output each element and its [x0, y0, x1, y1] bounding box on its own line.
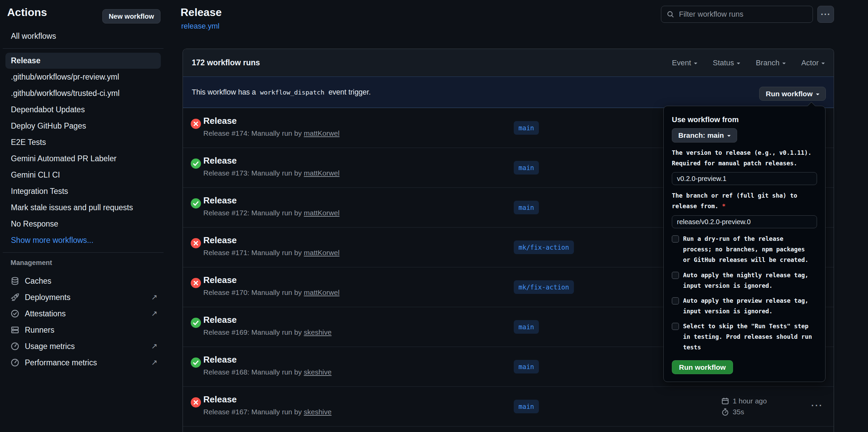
branch-filter-dropdown[interactable]: Branch — [756, 59, 786, 67]
version-field-description: The version to release (e.g., v0.1.11). … — [672, 148, 816, 169]
run-description-text: Release #167: Manually run by — [203, 408, 302, 416]
next-row-edge — [183, 426, 834, 432]
run-actor-link[interactable]: mattKorwel — [304, 129, 340, 137]
sidebar-item-runners[interactable]: Runners — [5, 322, 164, 338]
sidebar-item-label: Release — [11, 56, 40, 65]
branch-badge[interactable]: main — [514, 320, 539, 334]
actor-filter-dropdown[interactable]: Actor — [801, 59, 825, 67]
sidebar-item-dependabot-updates[interactable]: Dependabot Updates — [5, 101, 161, 118]
sidebar-item-no-response[interactable]: No Response — [5, 216, 161, 232]
filter-workflow-runs-input[interactable] — [678, 10, 809, 19]
sidebar-item-pr-review[interactable]: .github/workflows/pr-review.yml — [5, 69, 161, 85]
sidebar-item-trusted-ci[interactable]: .github/workflows/trusted-ci.yml — [5, 85, 161, 101]
sidebar-item-release[interactable]: Release — [5, 53, 161, 69]
banner-text-suffix: event trigger. — [328, 88, 371, 97]
banner-code: workflow_dispatch — [260, 89, 324, 96]
workflow-file-link[interactable]: release.yml — [181, 22, 219, 31]
run-title-link[interactable]: Release — [203, 115, 237, 127]
server-icon — [11, 326, 19, 334]
nightly-tag-checkbox-row: Auto apply the nightly release tag, inpu… — [672, 270, 817, 291]
run-actor-link[interactable]: mattKorwel — [304, 209, 340, 217]
external-link-icon: ↗ — [151, 358, 157, 367]
preview-tag-checkbox[interactable] — [672, 297, 679, 304]
run-actor-link[interactable]: mattKorwel — [304, 249, 340, 256]
nightly-tag-checkbox[interactable] — [672, 272, 679, 279]
management-list: Caches Deployments ↗ — [5, 273, 164, 371]
calendar-icon — [721, 397, 729, 405]
branch-selector-label: Branch: main — [678, 131, 724, 139]
failure-status-icon — [191, 397, 201, 408]
run-actor-link[interactable]: mattKorwel — [304, 288, 340, 296]
ref-input[interactable] — [672, 215, 817, 228]
show-more-workflows-link[interactable]: Show more workflows... — [5, 232, 161, 248]
branch-badge[interactable]: mk/fix-action — [514, 240, 574, 254]
run-title-link[interactable]: Release — [203, 234, 237, 246]
external-link-icon: ↗ — [151, 309, 157, 318]
branch-badge[interactable]: main — [514, 161, 539, 175]
event-filter-dropdown[interactable]: Event — [672, 59, 697, 67]
run-actor-link[interactable]: skeshive — [304, 408, 332, 416]
run-workflow-label: Run workflow — [766, 90, 813, 98]
run-title-link[interactable]: Release — [203, 155, 237, 166]
branch-badge[interactable]: main — [514, 121, 539, 135]
sidebar-item-deployments[interactable]: Deployments ↗ — [5, 289, 164, 305]
external-link-icon: ↗ — [151, 342, 157, 351]
sidebar-item-usage-metrics[interactable]: Usage metrics ↗ — [5, 338, 164, 354]
sidebar-item-label: Performance metrics — [25, 358, 97, 367]
run-description-text: Release #173: Manually run by — [203, 169, 302, 177]
run-options-kebab-button[interactable]: ··· — [811, 400, 823, 411]
run-description-text: Release #168: Manually run by — [203, 368, 302, 376]
runs-count-label: 172 workflow runs — [192, 58, 260, 67]
version-input[interactable] — [672, 172, 817, 185]
run-title-link[interactable]: Release — [203, 195, 237, 206]
branch-selector-button[interactable]: Branch: main — [672, 128, 737, 143]
success-status-icon — [191, 318, 201, 328]
filter-workflow-runs-box — [661, 6, 813, 23]
sidebar-item-all-workflows[interactable]: All workflows — [5, 28, 166, 44]
filter-label: Event — [672, 59, 691, 67]
run-actor-link[interactable]: skeshive — [304, 368, 332, 376]
checkbox-label: Select to skip the "Run Tests" step in t… — [683, 321, 814, 353]
run-actor-link[interactable]: mattKorwel — [304, 169, 340, 177]
dry-run-checkbox[interactable] — [672, 235, 679, 243]
success-status-icon — [191, 358, 201, 368]
sidebar-item-caches[interactable]: Caches — [5, 273, 164, 289]
new-workflow-button[interactable]: New workflow — [102, 9, 160, 23]
sidebar-item-gemini-cli-ci[interactable]: Gemini CLI CI — [5, 167, 161, 183]
sidebar-item-gemini-pr-labeler[interactable]: Gemini Automated PR Labeler — [5, 150, 161, 167]
workflow-options-kebab-button[interactable]: ··· — [817, 6, 834, 23]
sidebar-item-mark-stale[interactable]: Mark stale issues and pull requests — [5, 199, 161, 216]
chevron-down-icon — [727, 135, 731, 138]
run-title-link[interactable]: Release — [203, 354, 237, 365]
run-meta: 1 hour ago 35s — [721, 396, 767, 417]
sidebar-item-integration-tests[interactable]: Integration Tests — [5, 183, 161, 199]
run-title-link[interactable]: Release — [203, 274, 237, 286]
sidebar-item-performance-metrics[interactable]: Performance metrics ↗ — [5, 354, 164, 371]
ref-field-description: The branch or ref (full git sha) to rele… — [672, 190, 816, 212]
run-description: Release #168: Manually run byskeshive — [203, 368, 331, 376]
skip-tests-checkbox[interactable] — [672, 323, 679, 330]
success-status-icon — [191, 159, 201, 169]
sidebar-item-deploy-github-pages[interactable]: Deploy GitHub Pages — [5, 118, 161, 134]
checkbox-label: Run a dry-run of the release process; no… — [683, 234, 814, 265]
sidebar-divider — [3, 48, 164, 49]
external-link-icon: ↗ — [151, 293, 157, 302]
sidebar-title: Actions — [7, 5, 47, 20]
runs-list-header: 172 workflow runs Event Status Branch Ac… — [183, 49, 834, 77]
run-actor-link[interactable]: skeshive — [304, 328, 332, 336]
branch-badge[interactable]: main — [514, 360, 539, 373]
sidebar-item-attestations[interactable]: Attestations ↗ — [5, 305, 164, 322]
run-workflow-dropdown-button[interactable]: Run workflow — [759, 87, 826, 101]
sidebar-item-e2e-tests[interactable]: E2E Tests — [5, 134, 161, 150]
workflow-run-row[interactable]: Release Release #167: Manually run byske… — [183, 386, 834, 426]
branch-badge[interactable]: mk/fix-action — [514, 280, 574, 294]
status-filter-dropdown[interactable]: Status — [713, 59, 740, 67]
run-title-link[interactable]: Release — [203, 314, 237, 326]
run-title-link[interactable]: Release — [203, 394, 237, 405]
sidebar-item-label: Caches — [25, 277, 51, 286]
branch-badge[interactable]: main — [514, 201, 539, 214]
branch-badge[interactable]: main — [514, 400, 539, 413]
rocket-icon — [11, 293, 19, 302]
run-workflow-submit-button[interactable]: Run workflow — [672, 360, 733, 374]
run-description-text: Release #170: Manually run by — [203, 288, 302, 296]
